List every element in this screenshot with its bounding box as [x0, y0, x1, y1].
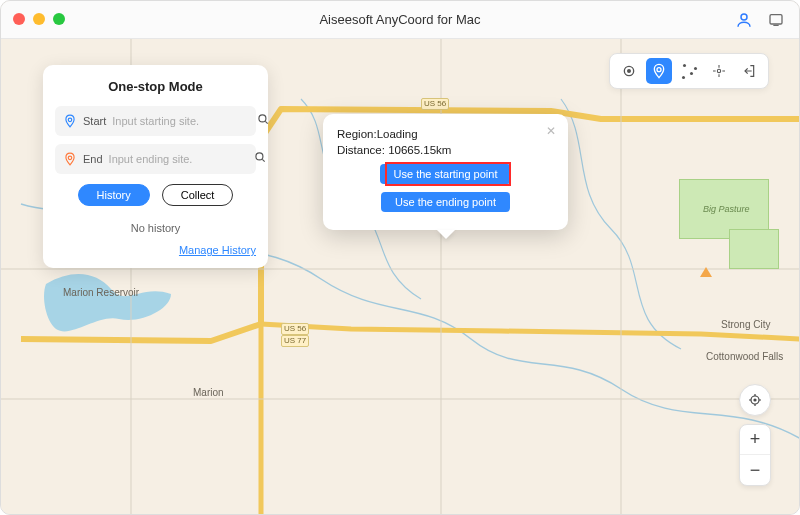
start-search-icon[interactable] — [256, 112, 270, 130]
no-history-text: No history — [55, 222, 256, 234]
mode-onestop-button[interactable] — [646, 58, 672, 84]
one-stop-panel: One-stop Mode Start End History Collect — [43, 65, 268, 268]
app-title: Aiseesoft AnyCoord for Mac — [319, 12, 480, 27]
manage-history-link[interactable]: Manage History — [55, 244, 256, 256]
end-label: End — [83, 153, 103, 165]
road-us77-tag: US 77 — [281, 335, 309, 347]
fullscreen-window-button[interactable] — [53, 13, 65, 25]
zoom-control: + − — [739, 424, 771, 486]
location-popup: ✕ Region:Loading Distance: 10665.15km Us… — [323, 114, 568, 230]
popup-distance-line: Distance: 10665.15km — [337, 144, 554, 156]
mode-toolbar — [609, 53, 769, 89]
panel-heading: One-stop Mode — [55, 79, 256, 94]
feedback-icon[interactable] — [765, 9, 787, 31]
reservoir-label: Marion Reservoir — [63, 287, 139, 298]
road-us56-tag-2: US 56 — [421, 98, 449, 110]
svg-point-16 — [754, 399, 756, 401]
svg-point-14 — [255, 153, 262, 160]
end-pin-icon — [63, 151, 77, 167]
zoom-in-button[interactable]: + — [740, 425, 770, 455]
account-icon[interactable] — [733, 9, 755, 31]
svg-rect-1 — [770, 15, 782, 24]
mode-teleport-button[interactable] — [616, 58, 642, 84]
popup-close-icon[interactable]: ✕ — [546, 124, 556, 138]
mode-exit-button[interactable] — [736, 58, 762, 84]
end-field: End — [55, 144, 256, 174]
road-us56-tag-1: US 56 — [281, 323, 309, 335]
svg-point-13 — [68, 156, 72, 160]
svg-point-12 — [259, 115, 266, 122]
city-strong-label: Strong City — [721, 319, 770, 330]
history-button[interactable]: History — [78, 184, 150, 206]
start-field: Start — [55, 106, 256, 136]
mode-joystick-button[interactable] — [706, 58, 732, 84]
start-input[interactable] — [112, 115, 250, 127]
park-label: Big Pasture — [703, 204, 750, 214]
minimize-window-button[interactable] — [33, 13, 45, 25]
city-cottonwood-label: Cottonwood Falls — [706, 351, 783, 362]
zoom-out-button[interactable]: − — [740, 455, 770, 485]
start-label: Start — [83, 115, 106, 127]
titlebar: Aiseesoft AnyCoord for Mac — [1, 1, 799, 39]
end-input[interactable] — [109, 153, 247, 165]
window-controls — [13, 13, 65, 25]
svg-point-8 — [628, 70, 631, 73]
end-search-icon[interactable] — [253, 150, 267, 168]
close-window-button[interactable] — [13, 13, 25, 25]
svg-point-11 — [68, 118, 72, 122]
svg-point-9 — [657, 68, 661, 72]
use-ending-point-button[interactable]: Use the ending point — [381, 192, 510, 212]
svg-point-0 — [741, 14, 747, 20]
mode-multistop-button[interactable] — [676, 58, 702, 84]
locate-me-button[interactable] — [739, 384, 771, 416]
park-area-ext — [729, 229, 779, 269]
start-pin-icon — [63, 113, 77, 129]
popup-region-line: Region:Loading — [337, 128, 554, 140]
map-controls: + − — [739, 384, 771, 486]
use-starting-point-button[interactable]: Use the starting point — [380, 164, 512, 184]
city-marion-label: Marion — [193, 387, 224, 398]
collect-button[interactable]: Collect — [162, 184, 234, 206]
app-window: Aiseesoft AnyCoord for Mac — [0, 0, 800, 515]
svg-point-10 — [717, 69, 720, 72]
